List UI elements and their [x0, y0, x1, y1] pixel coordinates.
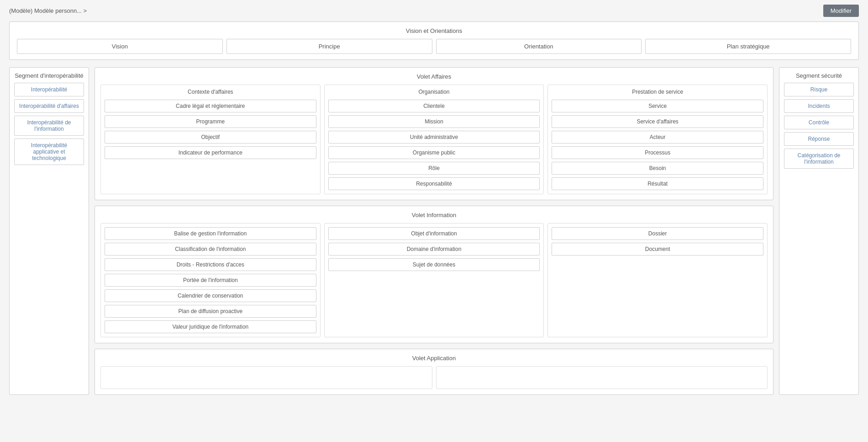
- cell-item[interactable]: Balise de gestion l'information: [105, 227, 316, 240]
- segment-securite-item[interactable]: Incidents: [784, 99, 854, 113]
- cell-item[interactable]: Objet d'information: [328, 227, 540, 240]
- volet-col: Balise de gestion l'informationClassific…: [100, 223, 321, 337]
- volet-col: Prestation de serviceServiceService d'af…: [547, 85, 768, 194]
- cell-item[interactable]: Indicateur de performance: [105, 146, 316, 159]
- cell-item[interactable]: Unité administrative: [328, 131, 540, 144]
- volet-application-col-2: [436, 366, 768, 389]
- volet-affaires-columns: Contexte d'affairesCadre légal et réglem…: [100, 85, 768, 194]
- volet-information: Volet Information Balise de gestion l'in…: [95, 206, 773, 343]
- segment-securite-item[interactable]: Risque: [784, 83, 854, 96]
- cell-item[interactable]: Acteur: [552, 131, 763, 144]
- cell-item[interactable]: Valeur juridique de l'information: [105, 320, 316, 333]
- segment-securite-title: Segment sécurité: [784, 72, 854, 79]
- segment-interop-item[interactable]: Interopérabilité applicative et technolo…: [14, 138, 84, 165]
- volet-col: OrganisationClienteleMissionUnité admini…: [324, 85, 544, 194]
- cell-item[interactable]: Service: [552, 100, 763, 112]
- volet-application-title: Volet Application: [100, 355, 768, 362]
- cell-item[interactable]: Classification de l'information: [105, 243, 316, 256]
- vision-tab[interactable]: Orientation: [436, 39, 642, 54]
- segment-interoperabilite-title: Segment d'interopérabilité: [14, 72, 84, 79]
- vision-section: Vision et Orientations VisionPrincipeOri…: [9, 21, 859, 60]
- cell-item[interactable]: Domaine d'information: [328, 243, 540, 256]
- cell-item[interactable]: Objectif: [105, 131, 316, 144]
- segment-securite-item[interactable]: Contrôle: [784, 116, 854, 129]
- volet-col: Contexte d'affairesCadre légal et réglem…: [100, 85, 321, 194]
- segment-securite-item[interactable]: Réponse: [784, 132, 854, 146]
- breadcrumb: (Modèle) Modèle personn... >: [9, 7, 87, 14]
- cell-item[interactable]: Plan de diffusion proactive: [105, 305, 316, 318]
- segment-securite-panel: Segment sécurité RisqueIncidentsContrôle…: [779, 67, 859, 395]
- volet-information-title: Volet Information: [100, 212, 768, 218]
- segment-interop-item[interactable]: Interopérabilité d'affaires: [14, 99, 84, 113]
- volet-col: DossierDocument: [547, 223, 768, 337]
- vision-tab[interactable]: Vision: [17, 39, 223, 54]
- modifier-button[interactable]: Modifier: [823, 5, 859, 17]
- volet-application: Volet Application: [95, 349, 773, 395]
- col-header: Prestation de service: [552, 89, 763, 95]
- cell-item[interactable]: Cadre légal et réglementaire: [105, 100, 316, 112]
- cell-item[interactable]: Processus: [552, 146, 763, 159]
- volet-application-col-1: [100, 366, 432, 389]
- cell-item[interactable]: Organisme public: [328, 146, 540, 159]
- cell-item[interactable]: Droits - Restrictions d'acces: [105, 258, 316, 271]
- col-header: Contexte d'affaires: [105, 89, 316, 95]
- cell-item[interactable]: Rôle: [328, 162, 540, 175]
- segment-securite-item[interactable]: Catégorisation de l'information: [784, 149, 854, 169]
- cell-item[interactable]: Responsabilité: [328, 177, 540, 190]
- segment-interoperabilite-panel: Segment d'interopérabilité Interopérabil…: [9, 67, 89, 395]
- volet-affaires-title: Volet Affaires: [100, 73, 768, 80]
- cell-item[interactable]: Clientele: [328, 100, 540, 112]
- cell-item[interactable]: Document: [552, 243, 763, 256]
- cell-item[interactable]: Résultat: [552, 177, 763, 190]
- col-header: Organisation: [328, 89, 540, 95]
- volet-application-columns: [100, 366, 768, 389]
- segment-interop-item[interactable]: Interopérabilité de l'information: [14, 116, 84, 136]
- cell-item[interactable]: Portée de l'information: [105, 274, 316, 287]
- cell-item[interactable]: Service d'affaires: [552, 115, 763, 128]
- segment-interop-item[interactable]: Interopérabilité: [14, 83, 84, 96]
- volet-information-columns: Balise de gestion l'informationClassific…: [100, 223, 768, 337]
- cell-item[interactable]: Programme: [105, 115, 316, 128]
- cell-item[interactable]: Besoin: [552, 162, 763, 175]
- cell-item[interactable]: Mission: [328, 115, 540, 128]
- main-layout: Segment d'interopérabilité Interopérabil…: [9, 67, 859, 395]
- vision-tabs: VisionPrincipeOrientationPlan stratégiqu…: [17, 39, 851, 54]
- vision-tab[interactable]: Plan stratégique: [645, 39, 851, 54]
- vision-section-title: Vision et Orientations: [17, 27, 851, 34]
- cell-item[interactable]: Dossier: [552, 227, 763, 240]
- volet-affaires: Volet Affaires Contexte d'affairesCadre …: [95, 67, 773, 200]
- vision-tab[interactable]: Principe: [226, 39, 432, 54]
- cell-item[interactable]: Sujet de données: [328, 258, 540, 271]
- volet-col: Objet d'informationDomaine d'information…: [324, 223, 544, 337]
- center-panel: Volet Affaires Contexte d'affairesCadre …: [95, 67, 773, 395]
- cell-item[interactable]: Calendrier de conservation: [105, 289, 316, 302]
